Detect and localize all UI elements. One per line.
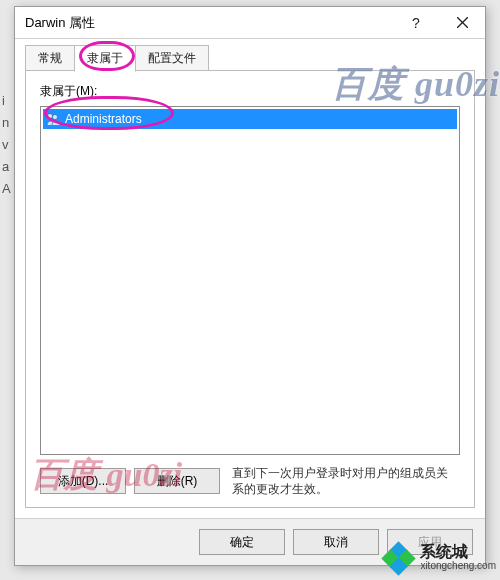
help-button[interactable]: ? [393,8,439,38]
window-title: Darwin 属性 [25,14,393,32]
hint-line: 系的更改才生效。 [232,482,328,496]
groups-listbox[interactable]: Administrators [40,106,460,455]
bg-fragment: a [2,156,9,178]
svg-point-2 [47,113,52,118]
hint-text: 直到下一次用户登录时对用户的组成员关 系的更改才生效。 [228,465,460,497]
panel-button-row: 添加(D)... 删除(R) 直到下一次用户登录时对用户的组成员关 系的更改才生… [40,465,460,497]
group-icon [45,111,61,127]
list-item-label: Administrators [65,112,142,126]
cancel-button[interactable]: 取消 [293,529,379,555]
titlebar: Darwin 属性 ? [15,7,485,39]
bg-fragment: i [2,90,5,112]
tab-memberof[interactable]: 隶属于 [74,45,136,72]
add-button[interactable]: 添加(D)... [40,468,126,494]
tab-general[interactable]: 常规 [25,45,75,71]
bg-fragment: A [2,178,11,200]
dialog-button-row: 确定 取消 应用 [15,518,485,565]
help-icon: ? [412,15,420,31]
hint-line: 直到下一次用户登录时对用户的组成员关 [232,466,448,480]
list-item[interactable]: Administrators [43,109,457,129]
properties-dialog: Darwin 属性 ? 常规 隶属于 配置文件 隶属于(M): [14,6,486,566]
remove-button[interactable]: 删除(R) [134,468,220,494]
bg-fragment: n [2,112,9,134]
dialog-content: 常规 隶属于 配置文件 隶属于(M): Administr [15,39,485,518]
svg-point-3 [52,114,57,119]
memberof-panel: 隶属于(M): Administrators 添加(D)... [25,71,475,508]
close-button[interactable] [439,8,485,38]
bg-fragment: v [2,134,9,156]
tab-strip: 常规 隶属于 配置文件 [25,45,475,71]
ok-button[interactable]: 确定 [199,529,285,555]
tab-profile[interactable]: 配置文件 [135,45,209,71]
memberof-label: 隶属于(M): [40,83,460,100]
apply-button[interactable]: 应用 [387,529,473,555]
close-icon [457,17,468,28]
